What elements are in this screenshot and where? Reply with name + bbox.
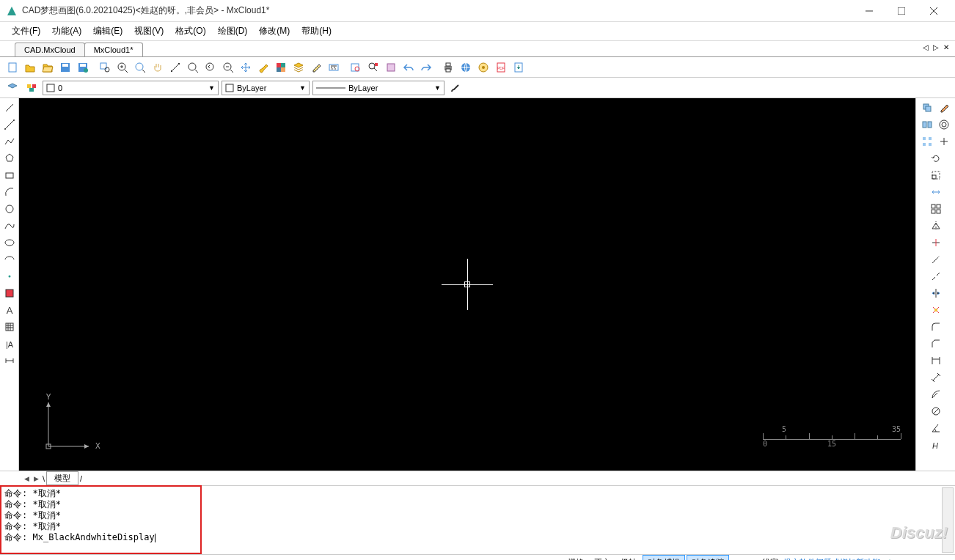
minimize-button[interactable] xyxy=(854,1,885,21)
close-button[interactable] xyxy=(918,1,949,21)
move-tool-icon[interactable] xyxy=(936,133,952,150)
layer-manager-icon[interactable] xyxy=(4,80,21,96)
status-dyn[interactable]: DYN xyxy=(731,557,756,561)
status-osnap[interactable]: 对象捕捉 xyxy=(643,555,685,560)
ellipse-arc-icon[interactable] xyxy=(1,251,18,268)
tab-mxcloud1[interactable]: MxCloud1* xyxy=(84,43,143,56)
dim-aligned-icon[interactable] xyxy=(928,369,944,386)
settings-icon[interactable] xyxy=(475,59,491,75)
zoom-previous-icon[interactable] xyxy=(202,59,219,75)
mirror-icon[interactable] xyxy=(919,117,935,133)
status-polar[interactable]: 极轴 xyxy=(616,556,641,560)
linetype-combo[interactable]: ByLayer ▼ xyxy=(312,81,444,95)
zoom-all-icon[interactable] xyxy=(185,59,201,75)
xline-icon[interactable] xyxy=(1,117,18,133)
polygon-icon[interactable] xyxy=(1,150,18,166)
find-icon[interactable] xyxy=(348,59,364,75)
trim-icon[interactable] xyxy=(928,235,944,251)
pan-icon[interactable] xyxy=(150,59,166,75)
spline-icon[interactable] xyxy=(1,218,18,234)
block-icon[interactable] xyxy=(1,285,18,301)
scale-icon[interactable] xyxy=(928,167,944,183)
erase-icon[interactable] xyxy=(936,100,952,116)
tab-cad-mxcloud[interactable]: CAD.MxCloud xyxy=(15,43,85,56)
tab-close-icon[interactable]: ✕ xyxy=(942,43,951,51)
command-window[interactable]: 命令: *取消* 命令: *取消* 命令: *取消* 命令: *取消* 命令: … xyxy=(0,485,202,554)
layer-states-icon[interactable] xyxy=(23,80,40,96)
model-next-icon[interactable]: ▶ xyxy=(32,475,41,482)
offset-icon[interactable] xyxy=(936,117,952,133)
save-icon[interactable] xyxy=(57,59,73,75)
dim-radius-icon[interactable] xyxy=(928,386,944,402)
arc-icon[interactable] xyxy=(1,184,18,200)
line-icon[interactable] xyxy=(1,100,18,116)
stretch-icon[interactable] xyxy=(928,184,944,200)
menu-format[interactable]: 格式(O) xyxy=(171,23,210,40)
highlight-icon[interactable] xyxy=(308,59,324,75)
open-file-icon[interactable] xyxy=(22,59,38,75)
tab-prev-icon[interactable]: ◁ xyxy=(921,43,930,51)
zoom-in-icon[interactable] xyxy=(114,59,131,75)
array-icon[interactable] xyxy=(919,133,935,150)
point-icon[interactable] xyxy=(1,268,18,284)
replace-icon[interactable] xyxy=(365,59,381,75)
move-icon[interactable] xyxy=(238,59,254,75)
color-icon[interactable] xyxy=(273,59,289,75)
copy-icon[interactable] xyxy=(919,100,935,116)
hatch-icon[interactable] xyxy=(1,319,18,335)
polyline-icon[interactable] xyxy=(1,133,18,150)
model-tab[interactable]: 模型 xyxy=(46,471,78,485)
open-folder-icon[interactable] xyxy=(40,59,56,75)
menu-modify[interactable]: 修改(M) xyxy=(255,23,294,40)
status-ortho[interactable]: 正交 xyxy=(590,556,615,560)
flip-icon[interactable] xyxy=(928,218,944,234)
menu-draw[interactable]: 绘图(D) xyxy=(213,23,252,40)
undo-icon[interactable] xyxy=(400,59,417,75)
dimension-icon[interactable] xyxy=(1,353,18,369)
dim-diameter-icon[interactable] xyxy=(928,403,944,419)
split-icon[interactable] xyxy=(928,285,944,301)
tab-next-icon[interactable]: ▷ xyxy=(932,43,940,51)
color-combo[interactable]: ByLayer ▼ xyxy=(222,81,310,95)
select-icon[interactable] xyxy=(383,59,399,75)
zoom-realtime-icon[interactable] xyxy=(220,59,236,75)
maximize-button[interactable] xyxy=(886,1,917,21)
ellipse-icon[interactable] xyxy=(1,235,18,251)
pdf-icon[interactable]: PDF xyxy=(493,59,509,75)
status-otrack[interactable]: 对象追踪 xyxy=(687,555,729,560)
feedback-link[interactable]: 提交软件问题或增加新功能 xyxy=(783,557,880,560)
dim-linear-icon[interactable] xyxy=(928,353,944,369)
grid-icon[interactable] xyxy=(928,201,944,217)
redo-icon[interactable] xyxy=(418,59,434,75)
web-icon[interactable] xyxy=(458,59,474,75)
circle-icon[interactable] xyxy=(1,201,18,217)
print-icon[interactable] xyxy=(440,59,456,75)
brush-icon[interactable] xyxy=(255,59,271,75)
zoom-extents-icon[interactable] xyxy=(132,59,148,75)
scrollbar[interactable] xyxy=(942,487,954,553)
menu-help[interactable]: 帮助(H) xyxy=(297,23,336,40)
rotate-icon[interactable] xyxy=(928,150,944,166)
menu-edit[interactable]: 编辑(E) xyxy=(89,23,127,40)
status-lineweight[interactable]: 线宽 xyxy=(758,556,783,560)
dim-angular-icon[interactable] xyxy=(928,420,944,436)
export-icon[interactable] xyxy=(511,59,527,75)
measure-icon[interactable] xyxy=(167,59,183,75)
menu-file[interactable]: 文件(F) xyxy=(7,23,45,40)
layer-icon[interactable] xyxy=(290,59,307,75)
break-icon[interactable] xyxy=(928,268,944,284)
zoom-window-icon[interactable] xyxy=(97,59,113,75)
rectangle-icon[interactable] xyxy=(1,167,18,183)
lineweight-icon[interactable] xyxy=(447,80,464,96)
extend-icon[interactable] xyxy=(928,251,944,268)
status-grid[interactable]: 栅格 xyxy=(563,556,588,560)
drawing-canvas[interactable]: Y X 535 015 xyxy=(19,98,915,471)
linetype-icon[interactable] xyxy=(326,59,342,75)
mtext-icon[interactable]: |A xyxy=(1,336,18,352)
chamfer-icon[interactable] xyxy=(928,336,944,352)
fillet-icon[interactable] xyxy=(928,319,944,335)
menu-function[interactable]: 功能(A) xyxy=(48,23,86,40)
layer-combo[interactable]: 0 ▼ xyxy=(43,81,219,95)
explode-icon[interactable] xyxy=(928,302,944,318)
menu-view[interactable]: 视图(V) xyxy=(130,23,168,40)
